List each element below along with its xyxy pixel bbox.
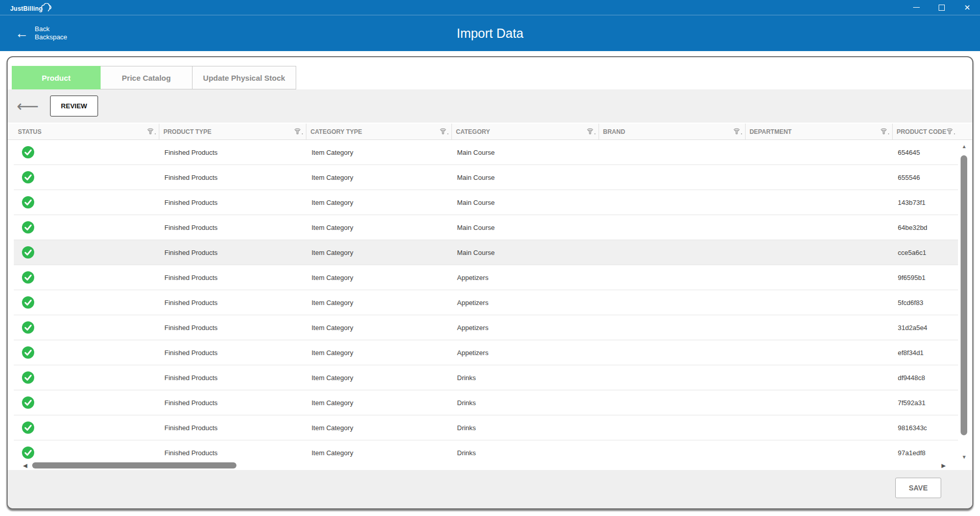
product-code-cell: cce5a6c1 — [893, 249, 958, 256]
column-header-product-code[interactable]: PRODUCT CODE — [893, 124, 958, 139]
back-label: Back Backspace — [35, 25, 67, 42]
product-type-cell: Finished Products — [159, 274, 306, 282]
product-code-cell: 7f592a31 — [893, 399, 958, 407]
scroll-up-icon[interactable]: ▲ — [962, 143, 967, 150]
column-header-status[interactable]: STATUS — [14, 124, 159, 139]
filter-icon[interactable] — [733, 128, 742, 135]
status-cell — [14, 346, 159, 359]
category-cell: Drinks — [452, 374, 599, 382]
product-code-cell: 9f6595b1 — [893, 274, 958, 282]
horizontal-scroll-thumb[interactable] — [32, 462, 236, 468]
product-code-cell: 143b73f1 — [893, 199, 958, 206]
column-label: PRODUCT CODE — [897, 128, 946, 135]
category-cell: Drinks — [452, 449, 599, 457]
table-row[interactable]: Finished ProductsItem CategoryMain Cours… — [14, 190, 958, 215]
category-cell: Main Course — [452, 174, 599, 181]
category-cell: Appetizers — [452, 324, 599, 332]
minimize-icon[interactable] — [903, 0, 929, 15]
window-titlebar: JustBilling ✕ — [0, 0, 980, 15]
category-type-cell: Item Category — [306, 349, 452, 357]
table-row[interactable]: Finished ProductsItem CategoryAppetizers… — [14, 290, 958, 315]
column-label: CATEGORY TYPE — [310, 128, 362, 135]
table-row[interactable]: Finished ProductsItem CategoryAppetizers… — [14, 315, 958, 340]
review-button[interactable]: REVIEW — [50, 96, 98, 116]
product-type-cell: Finished Products — [159, 174, 306, 181]
table-row[interactable]: Finished ProductsItem CategoryDrinks9816… — [14, 415, 958, 440]
category-type-cell: Item Category — [306, 249, 452, 256]
column-header-product-type[interactable]: PRODUCT TYPE — [159, 124, 306, 139]
filter-icon[interactable] — [440, 128, 448, 135]
product-type-cell: Finished Products — [159, 249, 306, 256]
scroll-left-icon[interactable]: ◀ — [23, 462, 27, 469]
status-ok-icon — [22, 371, 34, 384]
vertical-scrollbar[interactable]: ▲ ▼ — [959, 143, 969, 461]
table-row[interactable]: Finished ProductsItem CategoryAppetizers… — [14, 265, 958, 290]
filter-icon[interactable] — [880, 128, 889, 135]
horizontal-scrollbar[interactable]: ◀ ▶ — [8, 461, 972, 470]
column-header-category-type[interactable]: CATEGORY TYPE — [306, 124, 452, 139]
scroll-down-icon[interactable]: ▼ — [962, 454, 967, 461]
status-cell — [14, 171, 159, 183]
status-ok-icon — [22, 221, 34, 233]
table-row[interactable]: Finished ProductsItem CategoryDrinks97a1… — [14, 440, 958, 461]
status-ok-icon — [22, 396, 34, 409]
filter-icon[interactable] — [587, 128, 595, 135]
product-code-cell: 9816343c — [893, 424, 958, 432]
category-cell: Drinks — [452, 424, 599, 432]
product-type-cell: Finished Products — [159, 324, 306, 332]
filter-icon[interactable] — [147, 128, 156, 135]
app-header: ← Back Backspace Import Data — [0, 15, 980, 51]
product-code-cell: 31d2a5e4 — [893, 324, 958, 332]
table-row[interactable]: Finished ProductsItem CategoryMain Cours… — [14, 240, 958, 265]
status-cell — [14, 421, 159, 434]
status-cell — [14, 271, 159, 284]
category-type-cell: Item Category — [306, 449, 452, 457]
product-code-cell: ef8f34d1 — [893, 349, 958, 357]
import-card: Product Price Catalog Update Physical St… — [7, 56, 973, 509]
filter-icon[interactable] — [294, 128, 303, 135]
table-row[interactable]: Finished ProductsItem CategoryMain Cours… — [14, 165, 958, 190]
product-type-cell: Finished Products — [159, 374, 306, 382]
column-header-department[interactable]: DEPARTMENT — [746, 124, 893, 139]
status-ok-icon — [22, 447, 34, 459]
toolbar-back-arrow-icon[interactable]: ⟵ — [17, 99, 39, 114]
status-ok-icon — [22, 171, 34, 183]
column-header-brand[interactable]: BRAND — [599, 124, 746, 139]
vertical-scroll-thumb[interactable] — [961, 155, 967, 435]
status-cell — [14, 321, 159, 334]
column-label: CATEGORY — [456, 128, 490, 135]
card-footer: SAVE — [8, 470, 972, 508]
tab-update-physical-stock[interactable]: Update Physical Stock — [193, 66, 296, 89]
status-ok-icon — [22, 346, 34, 359]
status-ok-icon — [22, 196, 34, 208]
category-type-cell: Item Category — [306, 424, 452, 432]
category-cell: Appetizers — [452, 349, 599, 357]
category-cell: Drinks — [452, 399, 599, 407]
category-type-cell: Item Category — [306, 224, 452, 231]
status-ok-icon — [22, 321, 34, 334]
status-cell — [14, 371, 159, 384]
window-controls: ✕ — [903, 0, 980, 15]
table-row[interactable]: Finished ProductsItem CategoryDrinks7f59… — [14, 390, 958, 415]
close-icon[interactable]: ✕ — [954, 0, 980, 15]
vertical-scroll-track[interactable] — [959, 150, 969, 454]
table-row[interactable]: Finished ProductsItem CategoryMain Cours… — [14, 140, 958, 165]
tab-product[interactable]: Product — [12, 66, 101, 89]
scroll-right-icon[interactable]: ▶ — [942, 462, 946, 469]
save-button[interactable]: SAVE — [895, 478, 941, 498]
filter-icon[interactable] — [946, 128, 955, 135]
table-row[interactable]: Finished ProductsItem CategoryAppetizers… — [14, 340, 958, 365]
column-label: PRODUCT TYPE — [163, 128, 211, 135]
category-cell: Main Course — [452, 224, 599, 231]
back-button[interactable]: ← Back Backspace — [15, 25, 67, 42]
category-type-cell: Item Category — [306, 149, 452, 156]
status-cell — [14, 396, 159, 409]
maximize-icon[interactable] — [929, 0, 954, 15]
product-type-cell: Finished Products — [159, 449, 306, 457]
table-row[interactable]: Finished ProductsItem CategoryDrinksdf94… — [14, 365, 958, 390]
column-header-category[interactable]: CATEGORY — [452, 124, 599, 139]
cloud-icon — [41, 3, 52, 12]
tab-price-catalog[interactable]: Price Catalog — [101, 66, 193, 89]
product-type-cell: Finished Products — [159, 399, 306, 407]
table-row[interactable]: Finished ProductsItem CategoryMain Cours… — [14, 215, 958, 240]
